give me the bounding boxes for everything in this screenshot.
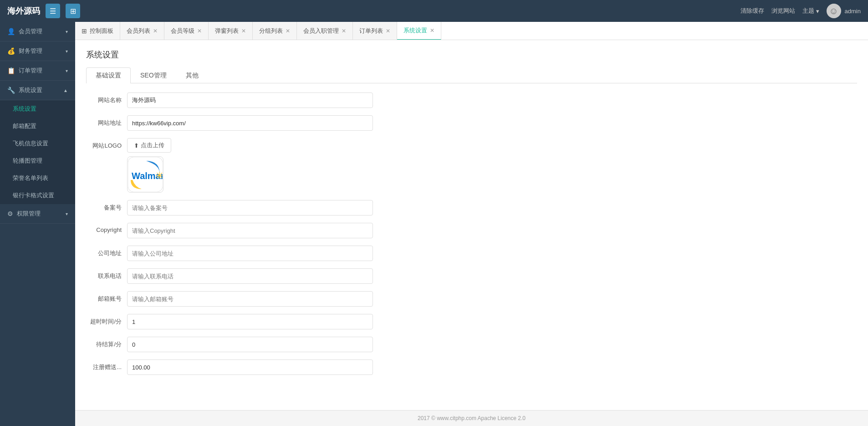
member-list-tab-close[interactable]: ✕ — [153, 28, 158, 34]
footer-text: 2017 © www.citphp.com Apache Licence 2.0 — [418, 415, 526, 421]
sidebar-item-system[interactable]: 🔧 系统设置 ▲ — [0, 81, 75, 100]
tab-member-level[interactable]: 会员等级 ✕ — [164, 22, 209, 40]
timeout-control — [127, 314, 373, 329]
site-url-label: 网站地址 — [86, 115, 127, 127]
site-logo-label: 网站LOGO — [86, 138, 127, 150]
sub-tab-seo[interactable]: SEO管理 — [131, 67, 176, 83]
member-arrow-icon: ▾ — [66, 29, 68, 34]
finance-icon: 💰 — [7, 47, 15, 55]
tab-member-onboard[interactable]: 会员入职管理 ✕ — [297, 22, 353, 40]
sidebar-system-label: 系统设置 — [19, 86, 63, 94]
tab-dashboard[interactable]: ⊞ 控制面板 — [75, 22, 120, 40]
email-label: 邮箱账号 — [86, 291, 127, 303]
app-title: 海外源码 — [7, 5, 40, 16]
site-name-input[interactable] — [127, 92, 373, 108]
theme-button[interactable]: 主题 ▾ — [802, 7, 819, 15]
company-addr-control — [127, 246, 373, 261]
clear-cache-button[interactable]: 清除缓存 — [740, 7, 764, 15]
theme-label: 主题 — [802, 7, 814, 15]
dashboard-tab-icon: ⊞ — [82, 27, 87, 35]
timeout-label: 超时时间/分 — [86, 314, 127, 326]
sub-tab-seo-label: SEO管理 — [140, 72, 167, 79]
record-control — [127, 200, 373, 216]
company-addr-row: 公司地址 — [86, 246, 857, 261]
admin-area[interactable]: ☺ admin — [827, 4, 861, 18]
order-arrow-icon: ▾ — [66, 68, 68, 73]
order-icon: 📋 — [7, 67, 15, 74]
company-addr-input[interactable] — [127, 246, 373, 261]
sidebar-item-member[interactable]: 👤 会员管理 ▾ — [0, 22, 75, 41]
system-arrow-icon: ▲ — [63, 88, 68, 93]
contact-phone-control — [127, 268, 373, 284]
menu-toggle-button[interactable]: ☰ — [46, 4, 60, 18]
email-input[interactable] — [127, 291, 373, 307]
dashboard-tab-label: 控制面板 — [90, 27, 113, 35]
tabs-bar: ⊞ 控制面板 会员列表 ✕ 会员等级 ✕ 弹窗列表 ✕ 分组列表 ✕ 会员入职管… — [75, 22, 868, 40]
sidebar-sub-item-flight-info[interactable]: 飞机信息设置 — [0, 135, 75, 152]
sidebar-item-finance[interactable]: 💰 财务管理 ▾ — [0, 41, 75, 61]
copyright-control — [127, 223, 373, 238]
record-row: 备案号 — [86, 200, 857, 216]
copyright-label: Copyright — [86, 223, 127, 233]
tab-sys-settings[interactable]: 系统设置 ✕ — [397, 22, 441, 40]
grid-toggle-button[interactable]: ⊞ — [66, 4, 80, 18]
page-title: 系统设置 — [86, 49, 857, 60]
copyright-input[interactable] — [127, 223, 373, 238]
page-footer: 2017 © www.citphp.com Apache Licence 2.0 — [75, 410, 868, 426]
site-logo-control: ⬆ 点击上传 Walmart ✳ — [127, 138, 373, 193]
pending-label: 待结算/分 — [86, 337, 127, 349]
main-layout: 👤 会员管理 ▾ 💰 财务管理 ▾ 📋 订单管理 ▾ 🔧 系统设置 ▲ 系统设置… — [0, 22, 868, 426]
sidebar-sub-item-bank-format[interactable]: 银行卡格式设置 — [0, 187, 75, 204]
copyright-row: Copyright — [86, 223, 857, 238]
contact-phone-input[interactable] — [127, 268, 373, 284]
timeout-input[interactable] — [127, 314, 373, 329]
sidebar-item-permission[interactable]: ⚙ 权限管理 ▾ — [0, 204, 75, 224]
theme-arrow-icon: ▾ — [816, 8, 819, 15]
sub-tabs: 基础设置 SEO管理 其他 — [86, 67, 857, 83]
record-input[interactable] — [127, 200, 373, 216]
tab-popup-list[interactable]: 弹窗列表 ✕ — [209, 22, 253, 40]
sidebar-permission-label: 权限管理 — [17, 210, 66, 218]
sidebar-sub-item-email-config[interactable]: 邮箱配置 — [0, 118, 75, 135]
sidebar-sub-item-honor-list[interactable]: 荣誉名单列表 — [0, 169, 75, 187]
member-level-tab-close[interactable]: ✕ — [197, 28, 202, 34]
tab-group-list[interactable]: 分组列表 ✕ — [253, 22, 297, 40]
popup-list-tab-close[interactable]: ✕ — [241, 28, 246, 34]
sub-tab-basic[interactable]: 基础设置 — [86, 67, 131, 83]
site-name-control — [127, 92, 373, 108]
group-list-tab-close[interactable]: ✕ — [286, 28, 290, 34]
sub-tab-other[interactable]: 其他 — [176, 67, 208, 83]
company-addr-label: 公司地址 — [86, 246, 127, 257]
upload-btn-label: 点击上传 — [141, 141, 164, 149]
order-list-tab-close[interactable]: ✕ — [386, 28, 390, 34]
site-url-input[interactable] — [127, 115, 373, 131]
sys-settings-tab-close[interactable]: ✕ — [430, 28, 434, 33]
finance-arrow-icon: ▾ — [66, 49, 68, 54]
member-onboard-tab-close[interactable]: ✕ — [342, 28, 346, 34]
tab-order-list[interactable]: 订单列表 ✕ — [353, 22, 397, 40]
system-icon: 🔧 — [7, 87, 15, 94]
sidebar: 👤 会员管理 ▾ 💰 财务管理 ▾ 📋 订单管理 ▾ 🔧 系统设置 ▲ 系统设置… — [0, 22, 75, 426]
pending-input[interactable] — [127, 337, 373, 352]
site-name-row: 网站名称 — [86, 92, 857, 108]
order-list-tab-label: 订单列表 — [359, 27, 383, 35]
email-config-label: 邮箱配置 — [13, 122, 36, 130]
site-url-row: 网站地址 — [86, 115, 857, 131]
member-level-tab-label: 会员等级 — [171, 27, 194, 35]
honor-list-label: 荣誉名单列表 — [13, 174, 48, 182]
register-gift-input[interactable] — [127, 359, 373, 375]
pending-row: 待结算/分 — [86, 337, 857, 352]
browse-site-button[interactable]: 浏览网站 — [771, 7, 795, 15]
register-gift-row: 注册赠送... — [86, 359, 857, 375]
sub-tab-basic-label: 基础设置 — [96, 72, 121, 79]
sidebar-sub-item-sys-settings[interactable]: 系统设置 — [0, 100, 75, 118]
admin-name: admin — [845, 8, 861, 15]
contact-phone-label: 联系电话 — [86, 268, 127, 280]
record-label: 备案号 — [86, 200, 127, 212]
upload-button[interactable]: ⬆ 点击上传 — [127, 138, 171, 153]
tab-member-list[interactable]: 会员列表 ✕ — [120, 22, 164, 40]
sidebar-sub-item-carousel[interactable]: 轮播图管理 — [0, 152, 75, 169]
sidebar-item-order[interactable]: 📋 订单管理 ▾ — [0, 61, 75, 81]
permission-icon: ⚙ — [7, 210, 13, 217]
site-url-control — [127, 115, 373, 131]
